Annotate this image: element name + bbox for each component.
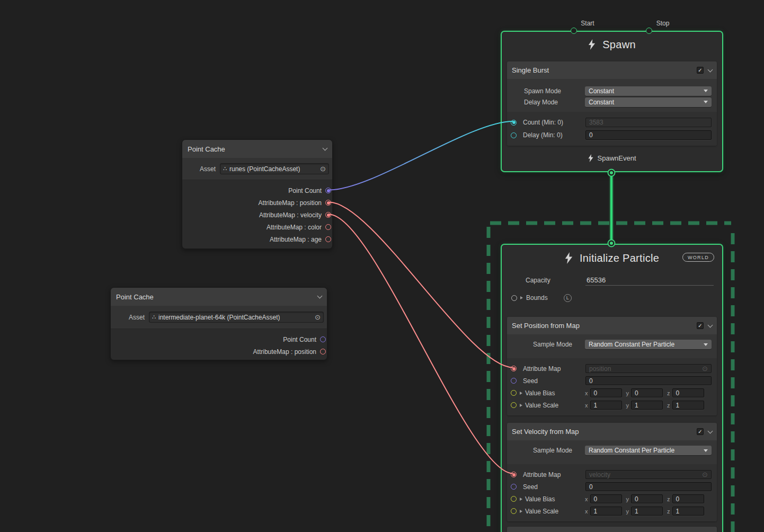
set-position-enabled-checkbox[interactable]: ✓ xyxy=(697,322,704,329)
point-count-output-port[interactable] xyxy=(325,188,331,193)
delay-input-port[interactable] xyxy=(511,132,517,138)
attribute-map-input-port[interactable] xyxy=(511,472,517,477)
attributemap-color-output-port[interactable] xyxy=(325,224,331,230)
lightning-icon xyxy=(588,39,596,50)
seed-input-port[interactable] xyxy=(511,484,517,490)
seed-input-port[interactable] xyxy=(511,378,517,384)
value-bias-input-port[interactable] xyxy=(511,496,517,502)
sample-mode-dropdown[interactable]: Random Constant Per Particle xyxy=(585,446,712,455)
dropdown-arrow-icon xyxy=(704,90,708,92)
value-scale-x-field[interactable]: 1 xyxy=(590,401,622,410)
position-sphere-block-header[interactable]: Position (Sphere) ✓ xyxy=(507,527,717,532)
set-position-from-map-title: Set Position from Map xyxy=(512,322,580,330)
attribute-map-input-port[interactable] xyxy=(511,366,517,371)
count-input-port[interactable] xyxy=(511,120,517,126)
seed-field[interactable]: 0 xyxy=(585,482,712,491)
delay-value: 0 xyxy=(589,131,593,139)
attribute-map-field[interactable]: velocity ⊙ xyxy=(585,470,712,479)
spawn-mode-dropdown[interactable]: Constant xyxy=(585,86,712,96)
expand-triangle-icon[interactable] xyxy=(520,296,523,299)
expand-triangle-icon[interactable] xyxy=(520,510,522,513)
value-scale-label: Value Scale xyxy=(525,402,585,409)
point-count-output-port[interactable] xyxy=(320,336,326,342)
chevron-down-icon[interactable] xyxy=(708,67,713,72)
bounds-input-port[interactable] xyxy=(511,295,517,301)
expand-triangle-icon[interactable] xyxy=(520,498,522,501)
point-count-output-label: Point Count xyxy=(288,187,322,194)
axis-x-label: x xyxy=(585,402,588,409)
object-picker-icon[interactable]: ⊙ xyxy=(315,314,321,321)
value-scale-y-field[interactable]: 1 xyxy=(631,507,663,516)
value-bias-input-port[interactable] xyxy=(511,390,517,396)
point-cache-1-header[interactable]: Point Cache xyxy=(182,140,332,158)
chevron-down-icon[interactable] xyxy=(317,294,323,299)
attributemap-position-output-port[interactable] xyxy=(320,349,326,354)
value-scale-z-field[interactable]: 1 xyxy=(672,507,704,516)
space-world-badge[interactable]: WORLD xyxy=(682,253,714,262)
attributemap-velocity-output-port[interactable] xyxy=(325,212,331,218)
spawn-mode-label: Spawn Mode xyxy=(524,87,585,95)
asset-object-field[interactable]: ∴ intermediate-planet-64k (PointCacheAss… xyxy=(149,312,324,323)
attribute-map-field[interactable]: position ⊙ xyxy=(585,364,712,373)
delay-mode-dropdown[interactable]: Constant xyxy=(585,97,712,107)
sample-mode-dropdown[interactable]: Random Constant Per Particle xyxy=(585,340,712,349)
chevron-down-icon[interactable] xyxy=(323,146,328,151)
output-row: AttributeMap : age xyxy=(182,233,332,245)
value-bias-z-field[interactable]: 0 xyxy=(672,494,704,503)
count-field[interactable]: 3583 xyxy=(585,118,712,127)
seed-field[interactable]: 0 xyxy=(585,376,712,385)
initialize-particle-node[interactable]: Initialize Particle WORLD Capacity 65536… xyxy=(501,244,723,532)
value-scale-z-field[interactable]: 1 xyxy=(672,401,704,410)
object-picker-icon[interactable]: ⊙ xyxy=(702,365,708,372)
start-flow-label: Start xyxy=(581,20,594,27)
object-picker-icon[interactable]: ⊙ xyxy=(320,165,326,172)
expand-triangle-icon[interactable] xyxy=(520,392,522,395)
value-scale-input-port[interactable] xyxy=(511,508,517,514)
attributemap-position-output-port[interactable] xyxy=(325,200,331,206)
axis-z-label: z xyxy=(667,390,670,396)
object-picker-icon[interactable]: ⊙ xyxy=(702,471,708,478)
edge-attributemap-velocity[interactable] xyxy=(329,215,513,474)
axis-y-label: y xyxy=(626,390,629,396)
value-scale-input-port[interactable] xyxy=(511,402,517,408)
spawn-title-row[interactable]: Spawn xyxy=(502,32,722,57)
initialize-title-row[interactable]: Initialize Particle WORLD xyxy=(502,245,722,271)
asset-object-field[interactable]: ∴ runes (PointCacheAsset) ⊙ xyxy=(220,163,329,174)
edge-attributemap-position[interactable] xyxy=(329,202,513,368)
graph-canvas[interactable]: Point Cache Asset ∴ runes (PointCacheAss… xyxy=(0,0,764,532)
delay-field[interactable]: 0 xyxy=(585,130,712,140)
value-scale-y-field[interactable]: 1 xyxy=(631,401,663,410)
chevron-down-icon[interactable] xyxy=(708,322,713,327)
expand-triangle-icon[interactable] xyxy=(520,404,522,407)
axis-x-label: x xyxy=(585,496,588,502)
initialize-title: Initialize Particle xyxy=(580,252,659,264)
value-scale-label: Value Scale xyxy=(525,508,585,515)
delay-label: Delay (Min: 0) xyxy=(523,131,585,139)
chevron-down-icon[interactable] xyxy=(708,428,713,433)
bounds-lock-icon[interactable]: L xyxy=(564,294,572,302)
value-bias-x-field[interactable]: 0 xyxy=(590,494,622,503)
point-cache-node-2[interactable]: Point Cache Asset ∴ intermediate-planet-… xyxy=(110,287,327,360)
axis-y-label: y xyxy=(626,508,629,515)
seed-value: 0 xyxy=(589,483,593,491)
value-bias-y-field[interactable]: 0 xyxy=(631,388,663,397)
single-burst-block-header[interactable]: Single Burst ✓ xyxy=(507,61,717,79)
attributemap-position-output-label: AttributeMap : position xyxy=(253,348,316,356)
attributemap-age-output-port[interactable] xyxy=(325,236,331,242)
value-bias-z-field[interactable]: 0 xyxy=(672,388,704,397)
edge-point-count-to-spawn-count[interactable] xyxy=(329,121,513,190)
output-row: AttributeMap : position xyxy=(182,197,332,209)
value-scale-x-field[interactable]: 1 xyxy=(590,507,622,516)
sample-mode-label: Sample Mode xyxy=(533,447,585,454)
set-velocity-enabled-checkbox[interactable]: ✓ xyxy=(697,428,704,435)
point-cache-2-header[interactable]: Point Cache xyxy=(111,288,327,306)
set-velocity-from-map-header[interactable]: Set Velocity from Map ✓ xyxy=(507,423,717,440)
value-bias-y-field[interactable]: 0 xyxy=(631,494,663,503)
single-burst-enabled-checkbox[interactable]: ✓ xyxy=(697,67,704,74)
value-bias-x-field[interactable]: 0 xyxy=(590,388,622,397)
dropdown-arrow-icon xyxy=(704,101,708,103)
point-cache-node-1[interactable]: Point Cache Asset ∴ runes (PointCacheAss… xyxy=(182,139,333,249)
set-position-from-map-header[interactable]: Set Position from Map ✓ xyxy=(507,317,717,334)
spawn-node[interactable]: Start Stop Spawn Single Burst ✓ Spawn Mo… xyxy=(501,31,723,172)
capacity-field[interactable]: 65536 xyxy=(585,275,714,286)
